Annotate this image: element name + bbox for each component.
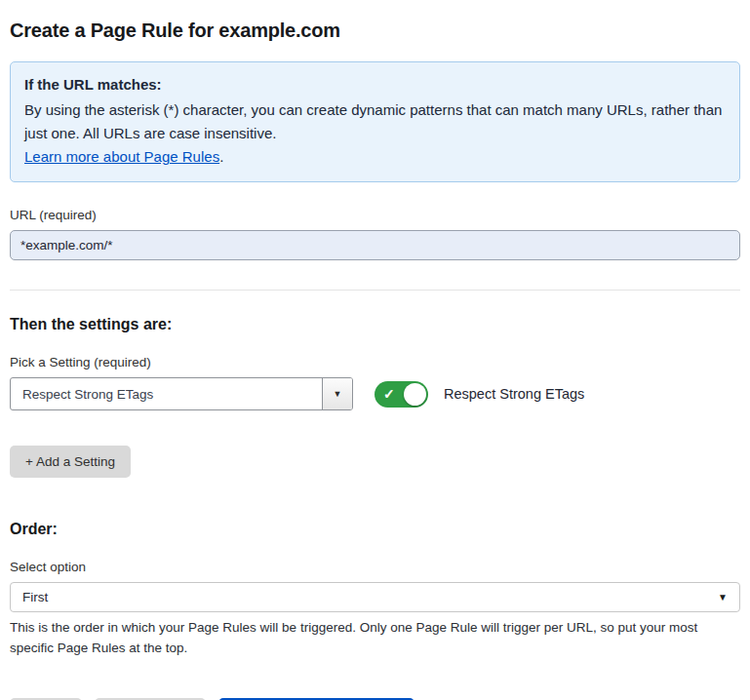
caret-down-icon: ▼ <box>334 390 342 399</box>
page-rule-form: Create a Page Rule for example.com If th… <box>0 0 750 700</box>
pick-setting-label: Pick a Setting (required) <box>10 355 740 369</box>
etags-toggle[interactable]: ✓ <box>375 381 428 408</box>
section-divider <box>10 290 740 291</box>
link-period: . <box>219 148 223 165</box>
url-field-label: URL (required) <box>10 208 740 222</box>
add-setting-button[interactable]: + Add a Setting <box>10 446 131 478</box>
order-select[interactable]: First ▼ <box>10 582 740 612</box>
order-help-text: This is the order in which your Page Rul… <box>10 618 736 659</box>
info-box-heading: If the URL matches: <box>24 73 726 97</box>
toggle-knob <box>404 383 426 406</box>
info-box-body: By using the asterisk (*) character, you… <box>24 98 726 145</box>
order-select-label: Select option <box>10 560 740 574</box>
setting-row: Respect Strong ETags ▼ ✓ Respect Strong … <box>10 377 740 410</box>
check-icon: ✓ <box>383 385 395 403</box>
setting-select-value: Respect Strong ETags <box>11 387 165 402</box>
setting-select-arrow-button[interactable]: ▼ <box>322 378 352 409</box>
order-select-value: First <box>22 590 48 604</box>
url-input[interactable] <box>10 230 740 260</box>
toggle-label: Respect Strong ETags <box>444 386 584 402</box>
page-title: Create a Page Rule for example.com <box>10 19 740 42</box>
settings-section-heading: Then the settings are: <box>10 316 740 333</box>
learn-more-link[interactable]: Learn more about Page Rules <box>24 148 219 165</box>
url-match-info-box: If the URL matches: By using the asteris… <box>10 61 740 182</box>
setting-select[interactable]: Respect Strong ETags ▼ <box>10 377 353 410</box>
order-section-heading: Order: <box>10 521 740 538</box>
chevron-down-icon: ▼ <box>718 593 728 603</box>
info-box-link-row: Learn more about Page Rules. <box>24 145 726 169</box>
